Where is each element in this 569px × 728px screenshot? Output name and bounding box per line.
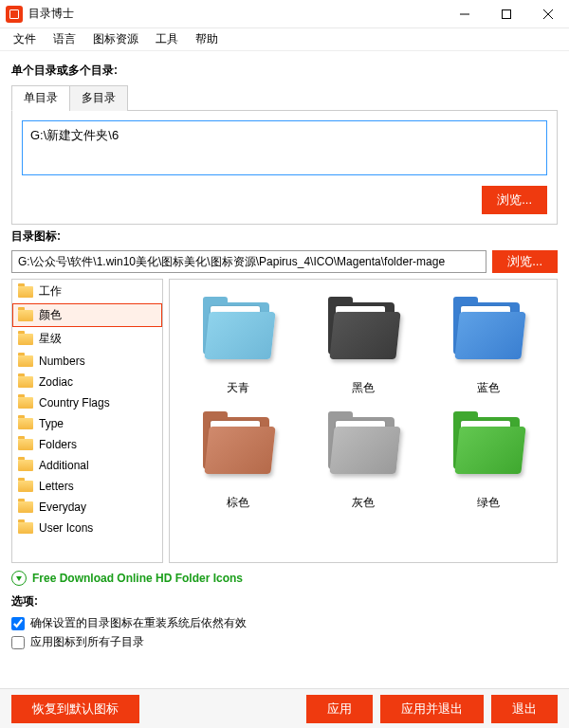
tree-item[interactable]: Type: [12, 413, 162, 434]
tree-item[interactable]: Additional: [12, 455, 162, 476]
icon-thumb[interactable]: 棕色: [179, 404, 297, 511]
download-icon: [11, 571, 27, 586]
folder-icon: [18, 397, 33, 409]
icon-thumb-label: 灰色: [352, 495, 375, 511]
tree-item[interactable]: 星级: [12, 327, 162, 351]
directory-tabs: 单目录 多目录: [11, 84, 558, 111]
folder-icon: [18, 310, 33, 321]
menu-file[interactable]: 文件: [6, 28, 44, 50]
tree-item[interactable]: Folders: [12, 434, 162, 455]
folder-icon: [18, 439, 33, 450]
minimize-button[interactable]: [444, 0, 486, 28]
menu-help[interactable]: 帮助: [188, 28, 226, 50]
directory-panel: 浏览...: [11, 111, 558, 225]
title-bar: 目录博士: [0, 0, 569, 28]
folder-icon: [18, 501, 33, 513]
folder-large-icon: [195, 404, 281, 489]
folder-icon: [18, 286, 33, 298]
option-persist-label: 确保设置的目录图标在重装系统后依然有效: [30, 615, 247, 631]
tree-item[interactable]: Everyday: [12, 497, 162, 518]
menu-icon-resources[interactable]: 图标资源: [85, 28, 146, 50]
tree-item[interactable]: Letters: [12, 476, 162, 497]
folder-icon: [18, 481, 33, 492]
tree-item-label: 工作: [39, 283, 62, 300]
tree-item-label: Country Flags: [39, 396, 110, 410]
folder-large-icon: [321, 404, 406, 489]
icon-thumb[interactable]: 天青: [179, 289, 297, 396]
icon-section-label: 目录图标:: [11, 228, 558, 245]
icon-thumb-label: 蓝色: [477, 380, 500, 396]
folder-icon: [18, 334, 33, 345]
folder-icon: [18, 418, 33, 429]
menu-language[interactable]: 语言: [46, 28, 83, 50]
tree-item-label: Additional: [39, 459, 89, 472]
restore-default-button[interactable]: 恢复到默认图标: [11, 695, 139, 723]
icon-thumb-label: 棕色: [227, 495, 249, 511]
folder-large-icon: [446, 289, 531, 374]
icon-thumb[interactable]: 蓝色: [430, 289, 547, 396]
tree-item[interactable]: Country Flags: [12, 392, 162, 413]
menu-bar: 文件 语言 图标资源 工具 帮助: [0, 28, 569, 51]
option-persist-row[interactable]: 确保设置的目录图标在重装系统后依然有效: [11, 615, 558, 631]
icon-thumb[interactable]: 黑色: [304, 289, 422, 396]
option-persist-checkbox[interactable]: [11, 617, 25, 630]
option-apply-sub-checkbox[interactable]: [11, 636, 25, 649]
folder-large-icon: [321, 289, 406, 374]
folder-large-icon: [195, 289, 281, 374]
tree-item-label: Everyday: [39, 500, 86, 514]
tree-item[interactable]: Numbers: [12, 351, 162, 372]
directory-path-input[interactable]: [22, 120, 547, 175]
browse-icon-button[interactable]: 浏览...: [492, 250, 558, 273]
menu-tools[interactable]: 工具: [148, 28, 186, 50]
tree-item[interactable]: 颜色: [12, 303, 162, 327]
maximize-button[interactable]: [486, 0, 527, 28]
close-button[interactable]: [527, 0, 569, 28]
folder-large-icon: [446, 404, 531, 489]
app-icon: [6, 6, 23, 23]
browse-directory-button[interactable]: 浏览...: [482, 186, 547, 214]
tree-item[interactable]: User Icons: [12, 518, 162, 538]
folder-icon: [18, 355, 33, 367]
icon-path-input[interactable]: [11, 250, 486, 273]
icon-thumb[interactable]: 绿色: [430, 404, 547, 511]
apply-button[interactable]: 应用: [306, 695, 373, 723]
tree-item-label: Letters: [39, 480, 74, 493]
folder-icon: [18, 522, 33, 534]
tree-item-label: Type: [39, 417, 64, 430]
exit-button[interactable]: 退出: [491, 695, 558, 723]
option-apply-sub-label: 应用图标到所有子目录: [30, 634, 144, 650]
tree-item-label: 颜色: [39, 307, 62, 323]
tree-item[interactable]: Zodiac: [12, 372, 162, 392]
icon-thumb[interactable]: 灰色: [304, 404, 422, 511]
tree-item-label: Numbers: [39, 355, 85, 368]
category-tree[interactable]: 工作颜色星级NumbersZodiacCountry FlagsTypeFold…: [11, 279, 163, 563]
option-apply-sub-row[interactable]: 应用图标到所有子目录: [11, 634, 558, 650]
directory-section-label: 单个目录或多个目录:: [11, 63, 558, 79]
icon-thumb-label: 天青: [227, 380, 249, 396]
options-label: 选项:: [11, 593, 558, 610]
window-title: 目录博士: [28, 6, 444, 22]
icon-thumb-label: 黑色: [352, 380, 375, 396]
tree-item-label: User Icons: [39, 521, 93, 535]
apply-exit-button[interactable]: 应用并退出: [380, 695, 484, 723]
footer-bar: 恢复到默认图标 应用 应用并退出 退出: [0, 688, 569, 728]
tree-item-label: 星级: [39, 331, 62, 347]
tree-item[interactable]: 工作: [12, 280, 162, 303]
svg-rect-1: [503, 9, 511, 18]
tree-item-label: Folders: [39, 438, 77, 451]
icon-grid[interactable]: 天青黑色蓝色棕色灰色绿色: [169, 279, 558, 563]
tree-item-label: Zodiac: [39, 375, 73, 389]
folder-icon: [18, 460, 33, 471]
tab-multi-directory[interactable]: 多目录: [69, 85, 128, 111]
download-link[interactable]: Free Download Online HD Folder Icons: [32, 572, 243, 585]
icon-thumb-label: 绿色: [477, 495, 500, 511]
tab-single-directory[interactable]: 单目录: [11, 85, 70, 111]
folder-icon: [18, 376, 33, 388]
